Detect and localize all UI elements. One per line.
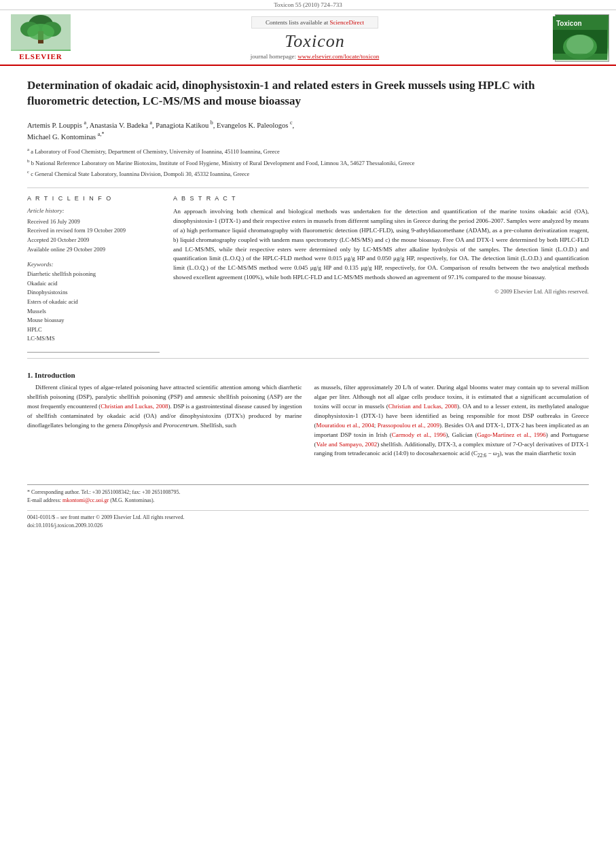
authors-line: Artemis P. Louppis a, Anastasia V. Badek…: [27, 119, 589, 143]
citation-text: Toxicon 55 (2010) 724–733: [274, 1, 342, 8]
elsevier-brand-text: ELSEVIER: [19, 52, 62, 60]
toxicon-cover: Toxicon: [555, 14, 609, 62]
body-area: 1. Introduction Different clinical types…: [0, 364, 616, 537]
svg-point-5: [27, 24, 54, 40]
citation-bar: Toxicon 55 (2010) 724–733: [0, 0, 616, 10]
email-link[interactable]: mkontomi@cc.uoi.gr: [62, 497, 109, 503]
date-received: Received 16 July 2009: [27, 217, 160, 227]
intro-col-right: as mussels, filter approximately 20 L/h …: [314, 383, 590, 464]
date-accepted: Accepted 20 October 2009: [27, 236, 160, 245]
ref-vale[interactable]: Vale and Sampayo, 2002: [316, 441, 378, 448]
history-label: Article history:: [27, 207, 160, 214]
abstract-col: A B S T R A C T An approach involving bo…: [173, 195, 589, 353]
date-revised: Received in revised form 19 October 2009: [27, 226, 160, 236]
intro-para-2: as mussels, filter approximately 20 L/h …: [314, 383, 590, 460]
article-title: Determination of okadaic acid, dinophysi…: [27, 78, 589, 109]
footnote-corresponding: * Corresponding author. Tel.: +30 265100…: [27, 488, 589, 497]
affiliation-a: a a Laboratory of Food Chemistry, Depart…: [27, 146, 589, 156]
svg-text:Toxicon: Toxicon: [556, 20, 582, 27]
svg-point-10: [566, 35, 594, 55]
journal-header: ELSEVIER Contents lists available at Sci…: [0, 10, 616, 66]
ref-prassopoulou[interactable]: Prassopoulou et al., 2009: [378, 422, 439, 429]
footnote-email: E-mail address: mkontomi@cc.uoi.gr (M.G.…: [27, 497, 589, 505]
elsevier-logo-image: [11, 16, 71, 51]
article-title-area: Determination of okadaic acid, dinophysi…: [0, 66, 616, 187]
kw-0: Diarrhetic shellfish poisoning: [27, 270, 160, 279]
keywords-section: Keywords: Diarrhetic shellfish poisoning…: [27, 261, 160, 344]
intro-col-left: Different clinical types of algae-relate…: [27, 383, 302, 464]
homepage-url[interactable]: www.elsevier.com/locate/toxicon: [297, 53, 379, 60]
kw-2: Dinophysistoxins: [27, 288, 160, 298]
kw-6: HPLC: [27, 325, 160, 335]
svg-rect-11: [553, 54, 607, 60]
kw-5: Mouse bioassay: [27, 316, 160, 325]
ref-mouratidou[interactable]: Mouratidou et al., 2004: [316, 422, 374, 429]
article-history: Article history: Received 16 July 2009 R…: [27, 207, 160, 254]
keyword-list: Diarrhetic shellfish poisoning Okadaic a…: [27, 270, 160, 344]
kw-7: LC-MS/MS: [27, 334, 160, 344]
ref-christian-luckas-2[interactable]: Christian and Luckas, 2008: [388, 403, 457, 410]
keywords-label: Keywords:: [27, 261, 160, 268]
ref-gago[interactable]: Gago-Martinez et al., 1996: [477, 431, 545, 438]
divider-1: [27, 187, 589, 188]
article-meta-section: A R T I C L E I N F O Article history: R…: [0, 195, 616, 353]
affiliations: a a Laboratory of Food Chemistry, Depart…: [27, 146, 589, 177]
elsevier-logo: ELSEVIER: [7, 16, 75, 60]
ref-carmody[interactable]: Carmody et al., 1996: [392, 431, 446, 438]
intro-para-1: Different clinical types of algae-relate…: [27, 383, 302, 431]
affiliation-b: b b National Reference Laboratory on Mar…: [27, 158, 589, 167]
sciencedirect-bar: Contents lists available at ScienceDirec…: [251, 16, 378, 29]
kw-1: Okadaic acid: [27, 279, 160, 289]
footer-bar: 0041-0101/$ – see front matter © 2009 El…: [27, 511, 589, 530]
sciencedirect-link[interactable]: ScienceDirect: [330, 19, 364, 26]
affiliation-c: c c General Chemical State Laboratory, I…: [27, 168, 589, 178]
abstract-text: An approach involving both chemical and …: [173, 207, 589, 283]
journal-name: Toxicon: [81, 31, 548, 52]
abstract-heading: A B S T R A C T: [173, 195, 589, 202]
date-available: Available online 29 October 2009: [27, 245, 160, 255]
intro-section-title: 1. Introduction: [27, 371, 589, 379]
page-header: Toxicon 55 (2010) 724–733 ELSEVIER Con: [0, 0, 616, 66]
copyright-line: © 2009 Elsevier Ltd. All rights reserved…: [173, 288, 589, 295]
kw-4: Mussels: [27, 307, 160, 317]
ref-christian-luckas[interactable]: Christian and Luckas, 2008: [101, 403, 168, 410]
journal-homepage: journal homepage: www.elsevier.com/locat…: [81, 53, 548, 60]
left-col-divider: [27, 352, 160, 353]
intro-body: Different clinical types of algae-relate…: [27, 383, 589, 464]
footnote-area: * Corresponding author. Tel.: +30 265100…: [27, 484, 589, 505]
divider-2: [27, 358, 589, 359]
kw-3: Esters of okadaic acid: [27, 298, 160, 307]
article-info-col: A R T I C L E I N F O Article history: R…: [27, 195, 160, 353]
article-info-heading: A R T I C L E I N F O: [27, 195, 160, 202]
journal-center: Contents lists available at ScienceDirec…: [75, 16, 555, 60]
